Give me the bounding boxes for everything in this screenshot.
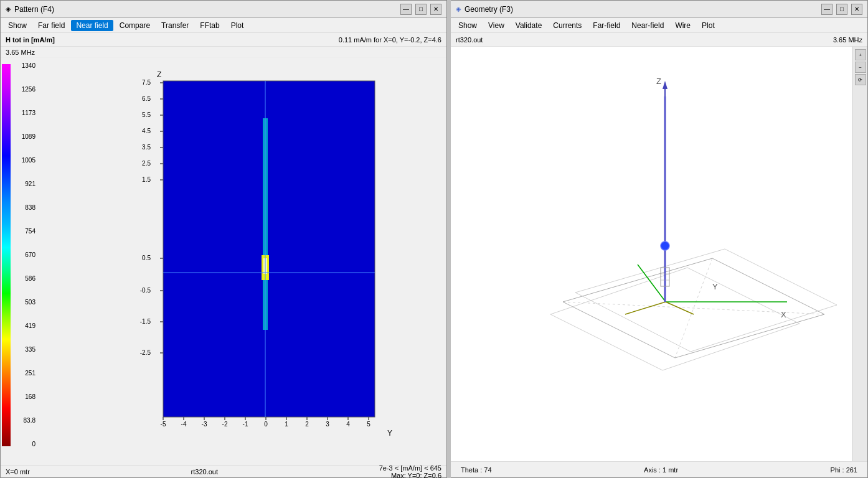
color-label-0: 1340 [12,63,35,69]
left-window: ◈ Pattern (F4) — □ ✕ Show Far field Near… [0,0,447,478]
right-window-icon: ◈ [456,5,461,13]
svg-text:-1.5: -1.5 [139,318,151,325]
left-menubar: Show Far field Near field Compare Transf… [1,18,446,33]
toolbar-button-1[interactable]: + [855,49,866,60]
right-maximize-button[interactable]: □ [836,4,847,15]
svg-text:4.5: 4.5 [142,128,151,134]
svg-text:3.5: 3.5 [142,144,151,151]
z-axis-arrow [663,81,668,89]
status-range: 7e-3 < [mA/m] < 645 [379,464,441,472]
left-menu-compare[interactable]: Compare [115,20,155,31]
svg-text:4: 4 [346,421,350,428]
ground-radial-4 [625,302,666,314]
svg-text:1: 1 [285,421,288,428]
svg-text:7.5: 7.5 [142,79,151,86]
left-field-label: H tot in [mA/m] [6,36,339,44]
svg-text:0.5: 0.5 [142,255,151,261]
right-status-bar: Theta : 74 Axis : 1 mtr Phi : 261 [451,461,867,477]
right-menu-plot[interactable]: Plot [697,20,720,31]
color-label-15: 83.8 [12,418,35,424]
left-menu-fftab[interactable]: FFtab [195,20,224,31]
status-filename: rt320.out [191,468,218,476]
svg-text:2.5: 2.5 [142,160,151,167]
right-window: ◈ Geometry (F3) — □ ✕ Show View Validate… [451,0,868,478]
color-label-16: 0 [12,441,35,448]
right-file-label: rt320.out [456,36,483,44]
color-label-8: 670 [12,252,35,258]
color-label-5: 921 [12,181,35,187]
color-label-3: 1089 [12,134,35,140]
z-axis-text: Z [656,77,661,86]
left-menu-transfer[interactable]: Transfer [156,20,194,31]
right-titlebar: ◈ Geometry (F3) — □ ✕ [451,1,867,18]
color-label-9: 586 [12,276,35,282]
right-menu-validate[interactable]: Validate [511,20,547,31]
right-info-bar: rt320.out 3.65 MHz [451,33,867,47]
svg-text:-5: -5 [160,421,166,428]
svg-text:0: 0 [264,421,268,428]
left-menu-farfield[interactable]: Far field [33,20,70,31]
left-freq-bar: 3.65 MHz [1,47,446,58]
left-menu-show[interactable]: Show [3,20,32,31]
left-content: 1340 1256 1173 1089 1005 921 838 754 670… [1,58,446,465]
right-menu-view[interactable]: View [483,20,509,31]
left-minimize-button[interactable]: — [400,4,412,15]
left-window-icon: ◈ [6,5,11,13]
near-field-plot[interactable]: Y Z 7.5 6.5 5.5 4.5 3.5 [76,68,406,442]
svg-text:1.5: 1.5 [142,176,151,183]
svg-text:6.5: 6.5 [142,95,151,102]
svg-text:3: 3 [326,421,329,428]
svg-text:2: 2 [305,421,309,428]
axis-value: Axis : 1 mtr [644,466,678,474]
svg-text:-4: -4 [181,421,186,428]
right-minimize-button[interactable]: — [821,4,833,15]
left-window-title: Pattern (F4) [14,5,397,14]
right-toolbar: + − ⟳ [852,47,867,461]
svg-text:-1: -1 [242,421,248,428]
feed-point [661,241,669,250]
color-label-10: 503 [12,299,35,306]
status-right-block: 7e-3 < [mA/m] < 645 Max: Y=0; Z=0.6 [379,464,441,479]
color-label-12: 335 [12,347,35,353]
right-menu-wire[interactable]: Wire [670,20,696,31]
toolbar-button-3[interactable]: ⟳ [855,74,866,85]
left-titlebar: ◈ Pattern (F4) — □ ✕ [1,1,446,18]
left-status-bar: X=0 mtr rt320.out 7e-3 < [mA/m] < 645 Ma… [1,465,446,477]
color-label-6: 838 [12,205,35,211]
right-menu-show[interactable]: Show [453,20,482,31]
color-gradient-bar [2,64,11,446]
status-x-position: X=0 mtr [6,468,30,476]
ground-radial-3 [666,302,694,314]
left-menu-nearfield[interactable]: Near field [71,20,113,31]
color-label-11: 419 [12,323,35,329]
phi-value: Phi : 261 [831,466,857,474]
plot-area[interactable]: Y Z 7.5 6.5 5.5 4.5 3.5 [38,58,446,465]
svg-text:5: 5 [367,421,370,428]
color-label-7: 754 [12,228,35,235]
right-menubar: Show View Validate Currents Far-field Ne… [451,18,867,33]
color-label-14: 168 [12,394,35,400]
y-axis-label: Y [387,429,392,438]
right-menu-nearfield[interactable]: Near-field [626,20,669,31]
svg-text:5.5: 5.5 [142,111,151,118]
z-axis-label: Z [157,70,161,79]
y-axis-text: Y [712,282,718,291]
color-scale-labels: 1340 1256 1173 1089 1005 921 838 754 670… [12,63,35,448]
color-label-1: 1256 [12,87,35,93]
left-maximize-button[interactable]: □ [415,4,427,15]
right-menu-currents[interactable]: Currents [548,20,587,31]
geometry-svg[interactable]: Z Y X [451,47,849,461]
right-freq-label: 3.65 MHz [833,36,862,44]
color-label-13: 251 [12,370,35,377]
left-menu-plot[interactable]: Plot [226,20,249,31]
plot-background [163,81,375,417]
left-close-button[interactable]: ✕ [430,4,441,15]
svg-text:-2.5: -2.5 [139,349,151,356]
svg-text:-2: -2 [222,421,227,428]
right-close-button[interactable]: ✕ [851,4,862,15]
color-scale: 1340 1256 1173 1089 1005 921 838 754 670… [1,58,38,465]
geometry-viewport[interactable]: + − ⟳ Z Y X [451,47,867,461]
theta-value: Theta : 74 [461,466,492,474]
right-menu-farfield[interactable]: Far-field [588,20,625,31]
toolbar-button-2[interactable]: − [855,62,866,73]
